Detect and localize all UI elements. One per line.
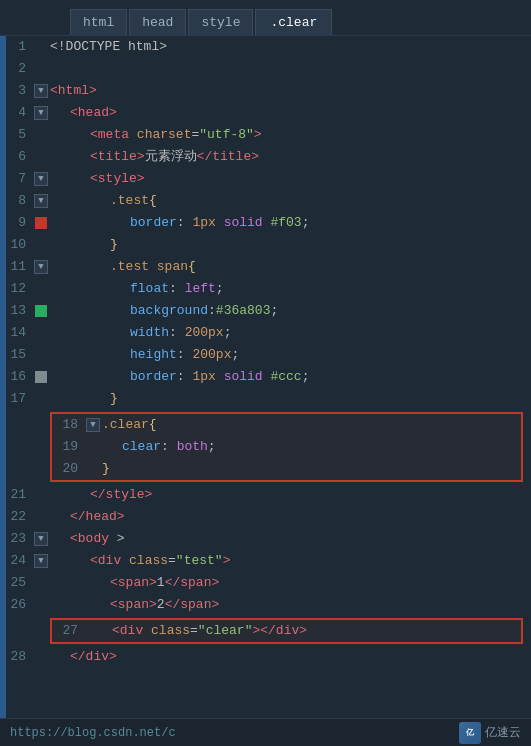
line-26: 26 <span>2</span>	[0, 594, 531, 616]
line-7: 7 ▼ <style>	[0, 168, 531, 190]
line-content	[50, 58, 58, 80]
line-num: 17	[6, 388, 34, 410]
line-content: </div>	[50, 646, 117, 668]
line-num: 18	[58, 414, 86, 436]
line-num: 19	[58, 436, 86, 458]
line-18: 18 ▼ .clear{	[52, 414, 521, 436]
line-num: 25	[6, 572, 34, 594]
line-num: 10	[6, 234, 34, 256]
collapse-btn-11[interactable]: ▼	[34, 260, 48, 274]
collapse-btn-3[interactable]: ▼	[34, 84, 48, 98]
line-12: 12 float: left;	[0, 278, 531, 300]
line-content: <span>1</span>	[50, 572, 219, 594]
line-15: 15 height: 200px;	[0, 344, 531, 366]
line-num: 26	[6, 594, 34, 616]
line-num: 28	[6, 646, 34, 668]
line-4: 4 ▼ <head>	[0, 102, 531, 124]
line-content: <html>	[50, 80, 97, 102]
line-num: 22	[6, 506, 34, 528]
line-content: <div class="test">	[50, 550, 230, 572]
line-content: }	[50, 388, 118, 410]
collapse-btn-4[interactable]: ▼	[34, 106, 48, 120]
line-17: 17 }	[0, 388, 531, 410]
line-content: }	[102, 458, 110, 480]
tab-clear[interactable]: .clear	[255, 9, 332, 35]
line-content: <span>2</span>	[50, 594, 219, 616]
line-content: border: 1px solid #f03;	[50, 212, 310, 234]
line-num: 21	[6, 484, 34, 506]
line-num: 24	[6, 550, 34, 572]
bottom-brand: 亿 亿速云	[459, 722, 521, 744]
line-content: height: 200px;	[50, 344, 239, 366]
line-3: 3 ▼ <html>	[0, 80, 531, 102]
line-8: 8 ▼ .test{	[0, 190, 531, 212]
line-11: 11 ▼ .test span{	[0, 256, 531, 278]
line-24: 24 ▼ <div class="test">	[0, 550, 531, 572]
collapse-btn-8[interactable]: ▼	[34, 194, 48, 208]
line-num: 8	[6, 190, 34, 212]
line-19: 19 clear: both;	[52, 436, 521, 458]
line-9: 9 border: 1px solid #f03;	[0, 212, 531, 234]
line-27: 27 <div class="clear"></div>	[52, 620, 521, 642]
line-14: 14 width: 200px;	[0, 322, 531, 344]
line-num: 23	[6, 528, 34, 550]
line-content: <!DOCTYPE html>	[50, 36, 167, 58]
collapse-btn-24[interactable]: ▼	[34, 554, 48, 568]
line-2: 2	[0, 58, 531, 80]
collapse-btn-23[interactable]: ▼	[34, 532, 48, 546]
line-num: 3	[6, 80, 34, 102]
line-content: width: 200px;	[50, 322, 231, 344]
line-num: 27	[58, 620, 86, 642]
tab-head[interactable]: head	[129, 9, 186, 35]
line-10: 10 }	[0, 234, 531, 256]
collapse-btn-7[interactable]: ▼	[34, 172, 48, 186]
line-content: .clear{	[102, 414, 157, 436]
line-num: 13	[6, 300, 34, 322]
line-27-wrapper: 27 <div class="clear"></div>	[50, 618, 523, 644]
line-num: 6	[6, 146, 34, 168]
bottom-bar: https://blog.csdn.net/c 亿 亿速云	[0, 718, 531, 746]
line-num: 12	[6, 278, 34, 300]
line-num: 2	[6, 58, 34, 80]
line-num: 5	[6, 124, 34, 146]
line-content: <head>	[50, 102, 117, 124]
line-content: background:#36a803;	[50, 300, 278, 322]
line-num: 4	[6, 102, 34, 124]
line-content: <title>元素浮动</title>	[50, 146, 259, 168]
line-content: }	[50, 234, 118, 256]
line-21: 21 </style>	[0, 484, 531, 506]
line-22: 22 </head>	[0, 506, 531, 528]
line-content: <style>	[50, 168, 145, 190]
line-num: 15	[6, 344, 34, 366]
tab-html[interactable]: html	[70, 9, 127, 35]
line-1: 1 <!DOCTYPE html>	[0, 36, 531, 58]
line-6: 6 <title>元素浮动</title>	[0, 146, 531, 168]
line-content: <div class="clear"></div>	[102, 620, 307, 642]
brand-logo-icon: 亿	[459, 722, 481, 744]
line-num: 11	[6, 256, 34, 278]
line-content: float: left;	[50, 278, 224, 300]
line-20: 20 }	[52, 458, 521, 480]
highlight-section: 18 ▼ .clear{ 19 clear: both; 20 }	[50, 412, 523, 482]
line-5: 5 <meta charset="utf-8">	[0, 124, 531, 146]
line-num: 1	[6, 36, 34, 58]
line-25: 25 <span>1</span>	[0, 572, 531, 594]
line-content: .test span{	[50, 256, 196, 278]
line-content: clear: both;	[102, 436, 216, 458]
collapse-btn-18[interactable]: ▼	[86, 418, 100, 432]
green-marker	[35, 305, 47, 317]
tab-bar: html head style .clear	[0, 0, 531, 36]
line-content: </head>	[50, 506, 125, 528]
line-num: 20	[58, 458, 86, 480]
line-content: border: 1px solid #ccc;	[50, 366, 310, 388]
gray-marker	[35, 371, 47, 383]
line-num: 9	[6, 212, 34, 234]
line-num: 14	[6, 322, 34, 344]
editor: 1 <!DOCTYPE html> 2 3 ▼ <html> 4 ▼ <head…	[0, 36, 531, 718]
line-num: 16	[6, 366, 34, 388]
line-content: <body >	[50, 528, 125, 550]
tab-style[interactable]: style	[188, 9, 253, 35]
line-content: .test{	[50, 190, 157, 212]
line-28: 28 </div>	[0, 646, 531, 668]
line-13: 13 background:#36a803;	[0, 300, 531, 322]
